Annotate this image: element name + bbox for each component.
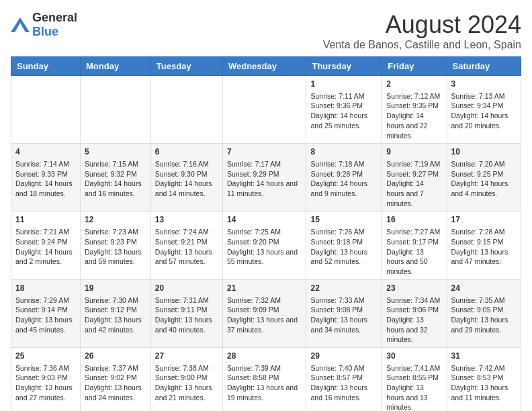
- day-number: 29: [310, 351, 378, 362]
- day-number: 3: [451, 79, 517, 90]
- week-row-1: 1Sunrise: 7:11 AM Sunset: 9:36 PM Daylig…: [11, 76, 521, 144]
- calendar-cell: 21Sunrise: 7:32 AM Sunset: 9:09 PM Dayli…: [222, 279, 306, 347]
- day-number: 11: [15, 214, 76, 226]
- day-info: Sunrise: 7:17 AM Sunset: 9:29 PM Dayligh…: [227, 159, 302, 199]
- calendar-cell: 1Sunrise: 7:11 AM Sunset: 9:36 PM Daylig…: [306, 76, 382, 144]
- day-info: Sunrise: 7:29 AM Sunset: 9:14 PM Dayligh…: [15, 295, 76, 335]
- day-number: 1: [310, 79, 378, 90]
- day-number: 27: [155, 351, 218, 362]
- calendar-cell: 25Sunrise: 7:36 AM Sunset: 9:03 PM Dayli…: [11, 347, 81, 411]
- calendar-header-row: SundayMondayTuesdayWednesdayThursdayFrid…: [11, 57, 521, 76]
- column-header-friday: Friday: [382, 57, 447, 76]
- column-header-sunday: Sunday: [11, 57, 81, 76]
- calendar-cell: [11, 76, 81, 144]
- calendar-cell: 26Sunrise: 7:37 AM Sunset: 9:02 PM Dayli…: [81, 347, 151, 411]
- logo-blue: Blue: [32, 25, 58, 38]
- day-info: Sunrise: 7:23 AM Sunset: 9:23 PM Dayligh…: [85, 227, 146, 267]
- calendar-cell: 28Sunrise: 7:39 AM Sunset: 8:58 PM Dayli…: [222, 347, 306, 411]
- calendar-cell: [150, 76, 222, 144]
- day-info: Sunrise: 7:13 AM Sunset: 9:34 PM Dayligh…: [451, 91, 517, 131]
- day-info: Sunrise: 7:32 AM Sunset: 9:09 PM Dayligh…: [227, 295, 302, 335]
- column-header-tuesday: Tuesday: [150, 57, 222, 76]
- calendar-cell: 6Sunrise: 7:16 AM Sunset: 9:30 PM Daylig…: [150, 144, 222, 212]
- calendar-cell: 20Sunrise: 7:31 AM Sunset: 9:11 PM Dayli…: [150, 279, 222, 347]
- calendar-cell: 3Sunrise: 7:13 AM Sunset: 9:34 PM Daylig…: [447, 76, 521, 144]
- calendar-cell: 13Sunrise: 7:24 AM Sunset: 9:21 PM Dayli…: [150, 212, 222, 279]
- calendar-cell: 31Sunrise: 7:42 AM Sunset: 8:53 PM Dayli…: [447, 347, 521, 411]
- day-number: 22: [310, 283, 378, 294]
- day-number: 31: [451, 351, 517, 362]
- day-info: Sunrise: 7:30 AM Sunset: 9:12 PM Dayligh…: [85, 295, 146, 335]
- day-number: 16: [386, 214, 442, 226]
- calendar-cell: 19Sunrise: 7:30 AM Sunset: 9:12 PM Dayli…: [81, 279, 151, 347]
- day-number: 5: [85, 146, 146, 158]
- day-info: Sunrise: 7:36 AM Sunset: 9:03 PM Dayligh…: [15, 363, 76, 403]
- calendar-cell: 2Sunrise: 7:12 AM Sunset: 9:35 PM Daylig…: [382, 76, 447, 144]
- calendar-cell: 8Sunrise: 7:18 AM Sunset: 9:28 PM Daylig…: [306, 144, 382, 212]
- week-row-5: 25Sunrise: 7:36 AM Sunset: 9:03 PM Dayli…: [11, 347, 521, 411]
- calendar-cell: 9Sunrise: 7:19 AM Sunset: 9:27 PM Daylig…: [382, 144, 447, 212]
- calendar-table: SundayMondayTuesdayWednesdayThursdayFrid…: [11, 56, 521, 411]
- logo: General Blue: [11, 11, 77, 39]
- calendar-cell: 15Sunrise: 7:26 AM Sunset: 9:18 PM Dayli…: [306, 212, 382, 279]
- day-number: 18: [15, 283, 76, 294]
- calendar-cell: [81, 76, 151, 144]
- day-number: 21: [227, 283, 302, 294]
- day-info: Sunrise: 7:20 AM Sunset: 9:25 PM Dayligh…: [451, 159, 517, 199]
- column-header-wednesday: Wednesday: [222, 57, 306, 76]
- calendar-cell: 22Sunrise: 7:33 AM Sunset: 9:08 PM Dayli…: [306, 279, 382, 347]
- day-number: 4: [15, 146, 76, 158]
- day-number: 20: [155, 283, 218, 294]
- day-number: 14: [227, 214, 302, 226]
- day-number: 6: [155, 146, 218, 158]
- day-number: 26: [85, 351, 146, 362]
- calendar-cell: 12Sunrise: 7:23 AM Sunset: 9:23 PM Dayli…: [81, 212, 151, 279]
- week-row-2: 4Sunrise: 7:14 AM Sunset: 9:33 PM Daylig…: [11, 144, 521, 212]
- header: General Blue August 2024 Venta de Banos,…: [11, 11, 521, 51]
- day-info: Sunrise: 7:18 AM Sunset: 9:28 PM Dayligh…: [310, 159, 378, 199]
- day-info: Sunrise: 7:34 AM Sunset: 9:06 PM Dayligh…: [386, 295, 442, 345]
- calendar-cell: 18Sunrise: 7:29 AM Sunset: 9:14 PM Dayli…: [11, 279, 81, 347]
- column-header-saturday: Saturday: [447, 57, 521, 76]
- logo-icon: [11, 17, 30, 32]
- day-info: Sunrise: 7:28 AM Sunset: 9:15 PM Dayligh…: [451, 227, 517, 267]
- calendar-cell: 5Sunrise: 7:15 AM Sunset: 9:32 PM Daylig…: [81, 144, 151, 212]
- calendar-cell: 10Sunrise: 7:20 AM Sunset: 9:25 PM Dayli…: [447, 144, 521, 212]
- day-number: 15: [310, 214, 378, 226]
- day-info: Sunrise: 7:37 AM Sunset: 9:02 PM Dayligh…: [85, 363, 146, 403]
- week-row-3: 11Sunrise: 7:21 AM Sunset: 9:24 PM Dayli…: [11, 212, 521, 279]
- day-number: 13: [155, 214, 218, 226]
- week-row-4: 18Sunrise: 7:29 AM Sunset: 9:14 PM Dayli…: [11, 279, 521, 347]
- day-info: Sunrise: 7:15 AM Sunset: 9:32 PM Dayligh…: [85, 159, 146, 199]
- calendar-cell: 17Sunrise: 7:28 AM Sunset: 9:15 PM Dayli…: [447, 212, 521, 279]
- day-info: Sunrise: 7:25 AM Sunset: 9:20 PM Dayligh…: [227, 227, 302, 267]
- day-info: Sunrise: 7:26 AM Sunset: 9:18 PM Dayligh…: [310, 227, 378, 267]
- calendar-cell: 30Sunrise: 7:41 AM Sunset: 8:55 PM Dayli…: [382, 347, 447, 411]
- day-info: Sunrise: 7:27 AM Sunset: 9:17 PM Dayligh…: [386, 227, 442, 276]
- day-number: 10: [451, 146, 517, 158]
- day-number: 30: [386, 351, 442, 362]
- calendar-cell: 23Sunrise: 7:34 AM Sunset: 9:06 PM Dayli…: [382, 279, 447, 347]
- column-header-monday: Monday: [81, 57, 151, 76]
- day-number: 12: [85, 214, 146, 226]
- page-title: August 2024: [323, 11, 521, 39]
- day-number: 2: [386, 79, 442, 90]
- day-number: 24: [451, 283, 517, 294]
- calendar-cell: [222, 76, 306, 144]
- day-info: Sunrise: 7:19 AM Sunset: 9:27 PM Dayligh…: [386, 159, 442, 208]
- day-number: 23: [386, 283, 442, 294]
- title-area: August 2024 Venta de Banos, Castille and…: [323, 11, 521, 51]
- day-info: Sunrise: 7:16 AM Sunset: 9:30 PM Dayligh…: [155, 159, 218, 199]
- day-number: 19: [85, 283, 146, 294]
- calendar-cell: 29Sunrise: 7:40 AM Sunset: 8:57 PM Dayli…: [306, 347, 382, 411]
- calendar-cell: 7Sunrise: 7:17 AM Sunset: 9:29 PM Daylig…: [222, 144, 306, 212]
- day-info: Sunrise: 7:39 AM Sunset: 8:58 PM Dayligh…: [227, 363, 302, 403]
- day-info: Sunrise: 7:24 AM Sunset: 9:21 PM Dayligh…: [155, 227, 218, 267]
- day-info: Sunrise: 7:12 AM Sunset: 9:35 PM Dayligh…: [386, 91, 442, 140]
- day-number: 28: [227, 351, 302, 362]
- day-info: Sunrise: 7:42 AM Sunset: 8:53 PM Dayligh…: [451, 363, 517, 403]
- calendar-cell: 4Sunrise: 7:14 AM Sunset: 9:33 PM Daylig…: [11, 144, 81, 212]
- column-header-thursday: Thursday: [306, 57, 382, 76]
- day-number: 7: [227, 146, 302, 158]
- day-info: Sunrise: 7:33 AM Sunset: 9:08 PM Dayligh…: [310, 295, 378, 335]
